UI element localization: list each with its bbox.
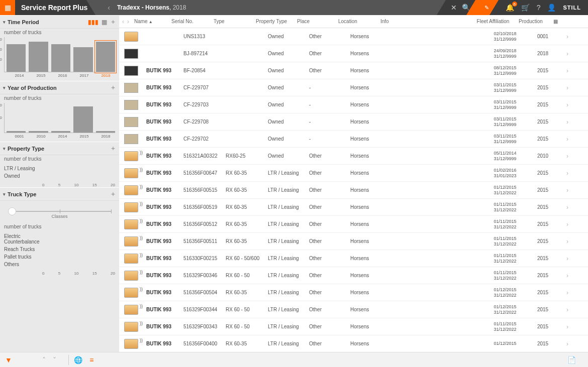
- bar-2018[interactable]: [96, 42, 115, 72]
- filter-icon[interactable]: ▼: [5, 356, 12, 364]
- user-icon[interactable]: 👤: [547, 4, 556, 12]
- table-row[interactable]: BUTIK 993516329F00344RX 60 - 50LTR / Lea…: [119, 301, 588, 318]
- row-expand-icon[interactable]: ›: [561, 33, 573, 40]
- bar-2010[interactable]: [29, 131, 48, 133]
- col-info[interactable]: Info: [378, 19, 474, 24]
- row-expand-icon[interactable]: ›: [561, 306, 573, 313]
- row-expand-icon[interactable]: ›: [561, 153, 573, 160]
- col-fleet[interactable]: Fleet Affiliation: [474, 19, 512, 24]
- col-location[interactable]: Location: [336, 19, 378, 24]
- prev-page-icon[interactable]: ‹: [122, 18, 124, 25]
- col-production[interactable]: Production: [512, 19, 549, 24]
- bar-2014[interactable]: [51, 131, 70, 133]
- row-expand-icon[interactable]: ›: [561, 170, 573, 177]
- collapse-down-icon[interactable]: ˅: [53, 356, 56, 364]
- row-expand-icon[interactable]: ›: [561, 136, 573, 143]
- cell-production: 2010: [524, 153, 561, 159]
- panel-header-time-period[interactable]: ▾ Time Period ▮▮▮ ▦ ＋: [0, 15, 119, 29]
- sidebar: ▾ Time Period ▮▮▮ ▦ ＋ number of trucks 3…: [0, 15, 119, 352]
- panel-header-property-type[interactable]: ▾ Property Type ＋: [0, 142, 119, 155]
- add-icon[interactable]: ＋: [110, 144, 116, 153]
- row-expand-icon[interactable]: ›: [561, 238, 573, 245]
- bar-2018[interactable]: [96, 131, 115, 133]
- hbar-row[interactable]: Electric Counterbalance: [4, 233, 115, 244]
- chart-truck-type[interactable]: Electric CounterbalanceReach TrucksPalle…: [0, 231, 119, 271]
- close-icon[interactable]: ✕: [451, 4, 457, 12]
- collapse-up-icon[interactable]: ˄: [42, 356, 46, 364]
- row-expand-icon[interactable]: ›: [561, 67, 573, 74]
- col-property-type[interactable]: Property Type: [254, 19, 295, 24]
- panel-header-truck-type[interactable]: ▾ Truck Type ＋: [0, 187, 119, 201]
- table-row[interactable]: BUTIK 993516356F00511RX 60-35LTR / Leasi…: [119, 233, 588, 250]
- row-expand-icon[interactable]: ›: [561, 289, 573, 296]
- slider-label: Classes: [8, 214, 111, 219]
- bar-2015[interactable]: [29, 42, 48, 72]
- row-expand-icon[interactable]: ›: [561, 272, 573, 279]
- hbar-row[interactable]: Others: [4, 262, 115, 267]
- row-expand-icon[interactable]: ›: [561, 50, 573, 57]
- table-row[interactable]: BUTIK 993516329F00343RX 60 - 50LTR / Lea…: [119, 318, 588, 335]
- table-row[interactable]: BUTIK 993CF-229703Owned-Horsens03/11/201…: [119, 96, 588, 113]
- col-serial[interactable]: Serial No.: [169, 19, 212, 24]
- table-row[interactable]: BUTIK 993516356F00515RX 60-35LTR / Leasi…: [119, 182, 588, 199]
- table-row[interactable]: BUTIK 993516356F00504RX 60-35LTR / Leasi…: [119, 284, 588, 301]
- row-expand-icon[interactable]: ›: [561, 101, 573, 108]
- table-row[interactable]: BUTIK 993BF-20854OwnedOtherHorsens08/12/…: [119, 62, 588, 79]
- hbar-row[interactable]: Owned: [4, 173, 115, 179]
- row-expand-icon[interactable]: ›: [561, 340, 573, 347]
- row-expand-icon[interactable]: ›: [561, 187, 573, 194]
- list-view-icon[interactable]: ≡: [89, 356, 93, 364]
- chart-year-production[interactable]: 20100 00012010201420152018: [0, 103, 119, 142]
- add-icon[interactable]: ＋: [110, 83, 116, 92]
- col-place[interactable]: Place: [295, 19, 336, 24]
- next-page-icon[interactable]: ›: [127, 18, 129, 25]
- table-row[interactable]: BUTIK 993516356F00512RX 60-35LTR / Leasi…: [119, 216, 588, 233]
- row-expand-icon[interactable]: ›: [561, 255, 573, 262]
- table-row[interactable]: BUTIK 993CF-229708Owned-Horsens03/11/201…: [119, 113, 588, 131]
- bar-2014[interactable]: [7, 44, 26, 72]
- table-row[interactable]: BUTIK 993CF-229707Owned-Horsens03/11/201…: [119, 79, 588, 96]
- table-row[interactable]: BUTIK 993516321A00322RX60-25OwnedOtherHo…: [119, 148, 588, 165]
- row-expand-icon[interactable]: ›: [561, 118, 573, 126]
- chart-time-period[interactable]: 3020100 20142015201620172018: [0, 37, 119, 81]
- breadcrumb[interactable]: Tradexx - Horsens, 2018: [117, 4, 186, 11]
- breadcrumb-back-icon[interactable]: ‹: [108, 4, 110, 12]
- add-icon[interactable]: ＋: [110, 18, 116, 26]
- cart-icon[interactable]: 🛒: [521, 4, 530, 12]
- bar-2015[interactable]: [73, 106, 92, 133]
- table-icon[interactable]: ▦: [102, 19, 107, 26]
- help-icon[interactable]: ?: [537, 4, 541, 12]
- bar-chart-icon[interactable]: ▮▮▮: [88, 19, 99, 26]
- hbar-row[interactable]: Reach Trucks: [4, 247, 115, 252]
- row-expand-icon[interactable]: ›: [561, 84, 573, 91]
- row-expand-icon[interactable]: ›: [561, 221, 573, 228]
- row-expand-icon[interactable]: ›: [561, 323, 573, 330]
- chart-property-type[interactable]: LTR / LeasingOwned: [0, 164, 119, 183]
- table-row[interactable]: BUTIK 993CF-229702Owned-Horsens03/11/201…: [119, 131, 588, 148]
- table-row[interactable]: BUTIK 993516356F00400RX 60-35LTR / Leasi…: [119, 335, 588, 352]
- table-row[interactable]: BUTIK 993516329F00346RX 60 - 50LTR / Lea…: [119, 267, 588, 284]
- row-expand-icon[interactable]: ›: [561, 204, 573, 211]
- hbar-row[interactable]: LTR / Leasing: [4, 166, 115, 171]
- export-icon[interactable]: 📄: [567, 356, 576, 364]
- bar-2016[interactable]: [51, 44, 70, 72]
- cell-serial: BJ-897214: [181, 51, 224, 56]
- table-row[interactable]: BUTIK 993516330F00215RX 60 - 50/600LTR /…: [119, 250, 588, 267]
- panel-header-year-production[interactable]: ▾ Year of Production ＋: [0, 81, 119, 94]
- table-row[interactable]: UNS1313OwnedOtherHorsens02/10/201831/12/…: [119, 28, 588, 45]
- table-row[interactable]: BUTIK 993516356F00647RX 60-35LTR / Leasi…: [119, 165, 588, 182]
- col-settings-icon[interactable]: ▦: [549, 19, 561, 24]
- table-row[interactable]: BUTIK 993516356F00519RX 60-35LTR / Leasi…: [119, 199, 588, 216]
- app-menu-icon[interactable]: ▦: [0, 0, 15, 15]
- col-name[interactable]: Name▲: [132, 19, 169, 24]
- notifications-icon[interactable]: 🔔6: [506, 4, 514, 12]
- table-row[interactable]: BJ-897214OwnedOtherHorsens24/09/201831/1…: [119, 45, 588, 62]
- globe-icon[interactable]: 🌐: [74, 356, 82, 364]
- truck-class-slider[interactable]: Classes: [0, 201, 119, 223]
- bar-2017[interactable]: [73, 47, 92, 72]
- truck-icon: [124, 219, 138, 229]
- add-icon[interactable]: ＋: [110, 190, 116, 198]
- col-type[interactable]: Type: [212, 19, 254, 24]
- hbar-row[interactable]: Pallet trucks: [4, 254, 115, 260]
- bar-0001[interactable]: [7, 131, 26, 133]
